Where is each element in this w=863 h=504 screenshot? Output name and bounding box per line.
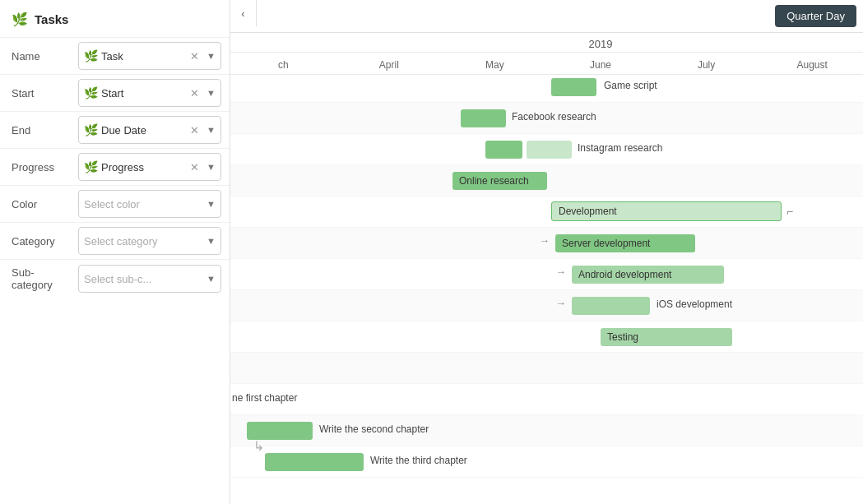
month-march: ch: [230, 56, 336, 74]
bar-inner-label: Testing: [607, 331, 638, 343]
field-label-subcategory: Sub-category: [0, 260, 78, 298]
gantt-bar: [265, 453, 364, 471]
field-row-color: Color Select color ▼: [0, 185, 230, 222]
field-row-progress: Progress 🌿 Progress ✕ ▼: [0, 148, 230, 185]
gantt-content: 2019 ch April May June July August Septe…: [230, 33, 863, 478]
bar-label: Instagram research: [578, 142, 662, 154]
bar-inner-label: Server development: [562, 238, 650, 249]
field-control-progress[interactable]: 🌿 Progress ✕ ▼: [78, 153, 221, 181]
gantt-bar: Server development: [555, 234, 695, 252]
task-icon-progress: 🌿: [84, 160, 98, 173]
gantt-month-header: ch April May June July August September: [230, 56, 863, 75]
clear-btn-name[interactable]: ✕: [188, 49, 202, 64]
field-value-end: Due Date: [101, 124, 184, 136]
bar-label: Write the second chapter: [319, 423, 429, 435]
table-row: ne first chapter: [230, 384, 863, 415]
bar-inner-label: Development: [559, 206, 617, 217]
field-control-name[interactable]: 🌿 Task ✕ ▼: [78, 42, 221, 70]
field-row-start: Start 🌿 Start ✕ ▼: [0, 74, 230, 111]
gantt-bar: [572, 297, 650, 315]
bar-inner-label: Online research: [459, 175, 529, 187]
field-label-name: Name: [0, 44, 78, 69]
dropdown-arrow-category[interactable]: ▼: [206, 236, 216, 246]
month-june: June: [548, 56, 654, 74]
tasks-icon: 🌿: [12, 12, 28, 27]
gantt-bar: [551, 78, 596, 96]
right-panel: ‹ Quarter Day 2019 ch April May June Jul…: [230, 0, 863, 504]
table-row: Write the second chapter: [230, 415, 863, 446]
gantt-bar: Online research: [452, 172, 547, 190]
bar-label: ne first chapter: [232, 392, 297, 404]
dropdown-arrow-color[interactable]: ▼: [206, 199, 216, 209]
field-value-start: Start: [101, 87, 184, 99]
table-row: [230, 353, 863, 384]
field-label-color: Color: [0, 192, 78, 217]
dropdown-arrow-progress[interactable]: ▼: [206, 162, 216, 172]
field-value-color: Select color: [84, 198, 202, 210]
dropdown-arrow-start[interactable]: ▼: [206, 88, 216, 98]
panel-title-text: Tasks: [35, 12, 68, 26]
field-control-end[interactable]: 🌿 Due Date ✕ ▼: [78, 116, 221, 144]
table-row: Game script: [230, 72, 863, 103]
bar-label: Facebook research: [512, 111, 596, 123]
table-row: → iOS development: [230, 290, 863, 321]
gantt-bar: [461, 109, 506, 127]
bar-label: Write the third chapter: [370, 455, 467, 466]
dropdown-arrow-end[interactable]: ▼: [206, 125, 216, 135]
field-control-category[interactable]: Select category ▼: [78, 227, 221, 255]
field-control-subcategory[interactable]: Select sub-c... ▼: [78, 265, 221, 293]
connector-curve: ↳: [253, 438, 264, 454]
field-row-category: Category Select category ▼: [0, 222, 230, 259]
gantt-rows: Game script Facebook research Instagram …: [230, 72, 863, 478]
table-row: Development ⌐: [230, 197, 863, 228]
gantt-area[interactable]: 2019 ch April May June July August Septe…: [230, 33, 863, 504]
field-control-start[interactable]: 🌿 Start ✕ ▼: [78, 79, 221, 107]
field-row-end: End 🌿 Due Date ✕ ▼: [0, 111, 230, 148]
field-row-subcategory: Sub-category Select sub-c... ▼: [0, 259, 230, 298]
gantt-bar: Testing: [601, 328, 732, 346]
table-row: → Android development: [230, 259, 863, 290]
bar-label: iOS development: [657, 298, 732, 310]
field-value-subcategory: Select sub-c...: [84, 273, 202, 285]
gantt-year-header: 2019: [230, 33, 863, 53]
field-control-color[interactable]: Select color ▼: [78, 190, 221, 218]
nav-left-arrow[interactable]: ‹: [230, 0, 257, 26]
task-icon-end: 🌿: [84, 123, 98, 136]
field-label-end: End: [0, 118, 78, 143]
field-value-name: Task: [101, 50, 184, 62]
field-label-progress: Progress: [0, 155, 78, 180]
gantt-bar: Android development: [572, 266, 724, 284]
dropdown-arrow-name[interactable]: ▼: [206, 51, 216, 61]
month-april: April: [336, 56, 443, 74]
field-row-name: Name 🌿 Task ✕ ▼: [0, 37, 230, 74]
clear-btn-progress[interactable]: ✕: [188, 160, 202, 175]
table-row: Testing: [230, 321, 863, 353]
month-august: August: [759, 56, 863, 74]
gantt-bar-outline: Development: [551, 201, 782, 221]
gantt-bar: [485, 141, 522, 159]
table-row: ↳ Write the third chapter: [230, 446, 863, 478]
right-header: ‹ Quarter Day: [230, 0, 863, 33]
connector-arrow: →: [555, 266, 566, 278]
quarter-day-button[interactable]: Quarter Day: [775, 5, 856, 27]
connector-icon: ⌐: [786, 205, 793, 218]
table-row: Facebook research: [230, 103, 863, 134]
month-may: May: [442, 56, 548, 74]
field-value-category: Select category: [84, 235, 202, 247]
clear-btn-start[interactable]: ✕: [188, 86, 202, 101]
table-row: → Server development: [230, 228, 863, 259]
bar-label: Game script: [604, 80, 657, 91]
task-icon-start: 🌿: [84, 86, 98, 99]
panel-title: 🌿 Tasks: [0, 8, 230, 37]
table-row: Instagram research: [230, 134, 863, 165]
connector-arrow: →: [539, 234, 550, 247]
left-panel: 🌿 Tasks Name 🌿 Task ✕ ▼ Start 🌿 Start ✕ …: [0, 0, 230, 504]
bar-inner-label: Android development: [578, 269, 671, 280]
clear-btn-end[interactable]: ✕: [188, 123, 202, 138]
dropdown-arrow-subcategory[interactable]: ▼: [206, 274, 216, 284]
table-row: Online research: [230, 165, 863, 197]
field-value-progress: Progress: [101, 161, 184, 173]
gantt-bar-secondary: [527, 141, 572, 159]
month-july: July: [653, 56, 759, 74]
connector-arrow: →: [555, 297, 566, 309]
